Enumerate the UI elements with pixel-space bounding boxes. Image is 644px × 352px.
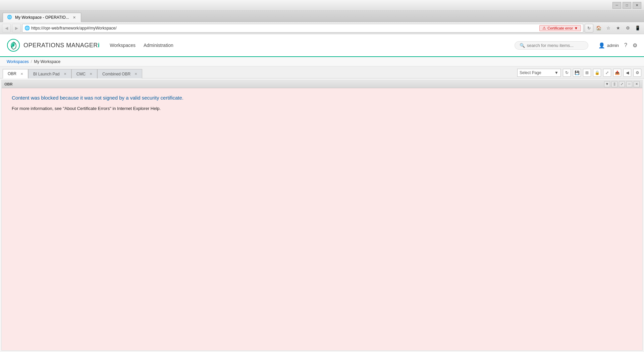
navbar-right-controls: ↻ 🏠 ☆ ★ ⚙ 📱 xyxy=(585,24,642,33)
favorites-button[interactable]: ★ xyxy=(614,24,623,33)
panel-titlebar-controls: ▼ || ⤢ ─ ✕ xyxy=(604,81,640,87)
tab-bi-launch-pad[interactable]: BI Launch Pad ✕ xyxy=(28,69,71,78)
user-icon: 👤 xyxy=(598,42,605,49)
tab-combined-obr-close[interactable]: ✕ xyxy=(135,72,137,76)
app-search-bar: 🔍 xyxy=(515,41,588,50)
settings-button[interactable]: ⚙ xyxy=(633,42,637,49)
cert-error-body: For more information, see "About Certifi… xyxy=(12,106,632,111)
tab-lock-button[interactable]: 🔒 xyxy=(593,69,601,77)
cert-error-icon: ⚠ xyxy=(542,26,546,31)
address-bar: 🌐 ⚠ Certificate error ▼ xyxy=(22,24,583,33)
refresh-button[interactable]: ↻ xyxy=(585,24,593,33)
back-button[interactable]: ◀ xyxy=(2,24,11,33)
panel-minimize-button[interactable]: ─ xyxy=(626,81,632,87)
workspace-tabs: OBR ✕ BI Launch Pad ✕ CMC ✕ Combined OBR… xyxy=(3,69,142,78)
panel-titlebar: OBR ▼ || ⤢ ─ ✕ xyxy=(2,80,642,88)
select-page-dropdown[interactable]: Select Page ▼ xyxy=(517,69,561,77)
browser-tab-close[interactable]: ✕ xyxy=(72,15,77,20)
titlebar-buttons: ─ □ ✕ xyxy=(612,2,641,9)
tab-cmc-label: CMC xyxy=(76,72,86,76)
browser-tab-active[interactable]: 🌐 My Workspace - OPERATIO... ✕ xyxy=(3,13,81,22)
logo-icon xyxy=(7,39,20,52)
header-right: 👤 admin ? ⚙ xyxy=(598,42,637,49)
breadcrumb-separator: / xyxy=(31,59,32,64)
browser-tab-label: My Workspace - OPERATIO... xyxy=(15,15,69,20)
forward-button[interactable]: ▶ xyxy=(12,24,21,33)
panel-obr: OBR ▼ || ⤢ ─ ✕ Content was blocked becau… xyxy=(1,80,643,351)
panel-expand-button[interactable]: ⤢ xyxy=(619,81,625,87)
cert-error-badge[interactable]: ⚠ Certificate error ▼ xyxy=(539,25,581,31)
tab-refresh-button[interactable]: ↻ xyxy=(563,69,571,77)
search-icon: 🔍 xyxy=(520,43,525,48)
tab-cmc[interactable]: CMC ✕ xyxy=(71,69,97,78)
browser-tab-bar: 🌐 My Workspace - OPERATIO... ✕ xyxy=(0,11,644,22)
breadcrumb-my-workspace: My Workspace xyxy=(34,59,60,64)
browser-titlebar: ─ □ ✕ xyxy=(0,0,644,11)
tab-obr-label: OBR xyxy=(8,71,16,76)
tab-share-button[interactable]: ⤢ xyxy=(603,69,611,77)
browser-navbar: ◀ ▶ 🌐 ⚠ Certificate error ▼ ↻ 🏠 ☆ ★ ⚙ 📱 xyxy=(0,22,644,34)
search-input[interactable] xyxy=(527,43,583,48)
breadcrumb-workspaces[interactable]: Workspaces xyxy=(7,59,29,64)
breadcrumb: Workspaces / My Workspace xyxy=(0,57,644,66)
help-button[interactable]: ? xyxy=(624,42,627,48)
app-logo: OPERATIONS MANAGERi xyxy=(7,39,100,52)
nav-administration[interactable]: Administration xyxy=(144,41,173,49)
address-favicon-icon: 🌐 xyxy=(24,25,30,31)
restore-button[interactable]: □ xyxy=(623,2,631,9)
panel-content: Content was blocked because it was not s… xyxy=(2,88,642,118)
cert-dropdown-icon: ▼ xyxy=(574,26,578,30)
emulation-button[interactable]: 📱 xyxy=(633,24,642,33)
tab-settings-button[interactable]: ⚙ xyxy=(633,69,641,77)
nav-workspaces[interactable]: Workspaces xyxy=(110,41,136,49)
close-button[interactable]: ✕ xyxy=(633,2,641,9)
select-page-label: Select Page xyxy=(520,70,541,75)
tab-bi-close[interactable]: ✕ xyxy=(64,72,66,76)
tab-favicon-icon: 🌐 xyxy=(7,15,12,20)
tab-bi-label: BI Launch Pad xyxy=(33,72,60,76)
app-header: OPERATIONS MANAGERi Workspaces Administr… xyxy=(0,34,644,57)
tab-cmc-close[interactable]: ✕ xyxy=(90,72,92,76)
panel-collapse-button[interactable]: ▼ xyxy=(604,81,610,87)
tab-obr[interactable]: OBR ✕ xyxy=(3,69,28,78)
panel-title: OBR xyxy=(4,82,12,86)
app-nav: Workspaces Administration xyxy=(110,41,504,49)
app-title: OPERATIONS MANAGERi xyxy=(23,42,100,49)
cert-error-heading: Content was blocked because it was not s… xyxy=(12,95,632,101)
tab-back-button[interactable]: ◀ xyxy=(623,69,631,77)
admin-user-button[interactable]: 👤 admin xyxy=(598,42,619,49)
tab-combined-obr-label: Combined OBR xyxy=(102,72,130,76)
tab-obr-close[interactable]: ✕ xyxy=(20,72,23,76)
tab-export-button[interactable]: 📤 xyxy=(613,69,621,77)
cert-error-label: Certificate error xyxy=(547,26,573,30)
tab-grid-button[interactable]: ⊞ xyxy=(583,69,591,77)
svg-point-1 xyxy=(12,44,14,46)
tools-button[interactable]: ⚙ xyxy=(624,24,632,33)
home-button[interactable]: 🏠 xyxy=(594,24,603,33)
chevron-down-icon: ▼ xyxy=(554,70,558,75)
panel-pause-button[interactable]: || xyxy=(611,81,618,87)
panel-container: OBR ▼ || ⤢ ─ ✕ Content was blocked becau… xyxy=(0,78,644,352)
admin-username: admin xyxy=(607,43,619,48)
tab-combined-obr[interactable]: Combined OBR ✕ xyxy=(97,69,142,78)
panel-close-button[interactable]: ✕ xyxy=(634,81,640,87)
address-input[interactable] xyxy=(31,26,538,31)
tab-save-button[interactable]: 💾 xyxy=(573,69,581,77)
tab-controls: Select Page ▼ ↻ 💾 ⊞ 🔒 ⤢ 📤 ◀ ⚙ xyxy=(517,69,641,78)
minimize-button[interactable]: ─ xyxy=(612,2,621,9)
favorites-star-icon[interactable]: ☆ xyxy=(604,24,613,33)
workspace-tab-bar: OBR ✕ BI Launch Pad ✕ CMC ✕ Combined OBR… xyxy=(0,66,644,78)
